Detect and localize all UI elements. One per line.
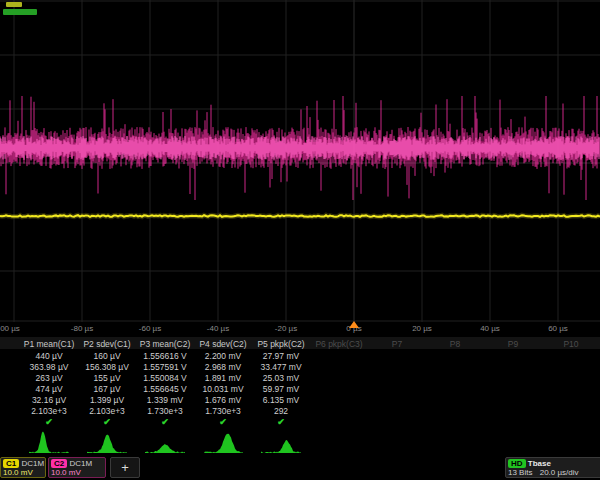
measure-value: 1.550084 V <box>136 373 194 383</box>
measure-value: 1.891 mV <box>194 373 252 383</box>
channel-descriptor-c2[interactable]: C2 DC1M 10.0 mV <box>48 457 106 478</box>
measure-value: 25.03 mV <box>252 373 310 383</box>
time-axis: 00 µs-80 µs-60 µs-40 µs-20 µs0 µs20 µs40… <box>0 322 600 336</box>
measure-header-p1[interactable]: P1 mean(C1) <box>20 339 78 349</box>
measure-value: 1.556616 V <box>136 351 194 361</box>
measure-value: 2.103e+3 <box>78 406 136 416</box>
measure-value: 2.968 mV <box>194 362 252 372</box>
histicon-p5[interactable] <box>261 427 301 454</box>
measure-value: 2.200 mV <box>194 351 252 361</box>
measure-value: 1.399 µV <box>78 395 136 405</box>
time-label: 20 µs <box>412 324 432 333</box>
measure-value: 6.135 mV <box>252 395 310 405</box>
measure-value: 10.031 mV <box>194 384 252 394</box>
waveform-display[interactable] <box>0 0 600 322</box>
time-label: -60 µs <box>139 324 161 333</box>
time-label: 60 µs <box>548 324 568 333</box>
histicon-p3[interactable] <box>145 427 185 454</box>
measure-value: 27.97 mV <box>252 351 310 361</box>
channel-descriptor-c1[interactable]: C1 DC1M 10.0 mV <box>0 457 46 478</box>
time-label: 40 µs <box>480 324 500 333</box>
timebase-scale: 20.0 µs/div <box>540 468 579 477</box>
measure-status-check: ✔ <box>78 417 136 427</box>
histicon-p1[interactable] <box>29 427 69 454</box>
measure-value: 474 µV <box>20 384 78 394</box>
measure-value: 32.16 µV <box>20 395 78 405</box>
graticule-and-traces <box>0 0 600 322</box>
measure-value: 160 µV <box>78 351 136 361</box>
add-trace-button[interactable]: + <box>110 457 140 478</box>
measure-status-check: ✔ <box>252 417 310 427</box>
timebase-bits: 13 Bits <box>508 468 532 477</box>
histicon-p2[interactable] <box>87 427 127 454</box>
measure-header-p9[interactable]: P9 <box>484 339 542 349</box>
measure-value: 33.477 mV <box>252 362 310 372</box>
measure-header-p10[interactable]: P10 <box>542 339 600 349</box>
histicon-p4[interactable] <box>203 427 243 454</box>
trigger-position-marker[interactable] <box>349 321 359 328</box>
measure-value: 292 <box>252 406 310 416</box>
measure-value: 363.98 µV <box>20 362 78 372</box>
c1-badge: C1 <box>3 459 19 468</box>
measure-value: 156.308 µV <box>78 362 136 372</box>
measure-header-p2[interactable]: P2 sdev(C1) <box>78 339 136 349</box>
measure-value: 263 µV <box>20 373 78 383</box>
timebase-label: Tbase <box>528 459 551 468</box>
measure-header-p3[interactable]: P3 mean(C2) <box>136 339 194 349</box>
c1-coupling: DC1M <box>21 459 44 468</box>
plus-icon: + <box>121 460 129 475</box>
measure-status-check: ✔ <box>20 417 78 427</box>
c1-trace[interactable] <box>0 215 600 217</box>
top-left-indicator-2 <box>3 9 37 15</box>
oscilloscope-screen: 00 µs-80 µs-60 µs-40 µs-20 µs0 µs20 µs40… <box>0 0 600 480</box>
measure-value: 1.730e+3 <box>136 406 194 416</box>
measure-value: 1.730e+3 <box>194 406 252 416</box>
top-left-indicator-1 <box>6 2 22 7</box>
bottom-bar: C1 DC1M 10.0 mV C2 DC1M 10.0 mV HD Tbase… <box>0 456 600 480</box>
measure-table: P1 mean(C1)P2 sdev(C1)P3 mean(C2)P4 sdev… <box>0 337 600 427</box>
measure-header-p6[interactable]: P6 pkpk(C3) <box>310 339 368 349</box>
timebase-descriptor[interactable]: HD Tbase 13 Bits 20.0 µs/div <box>505 457 600 478</box>
time-label: -40 µs <box>207 324 229 333</box>
measure-status-check: ✔ <box>136 417 194 427</box>
c2-trace[interactable] <box>0 96 599 200</box>
measure-value: 2.103e+3 <box>20 406 78 416</box>
c2-badge: C2 <box>51 459 67 468</box>
c1-scale: 10.0 mV <box>3 468 43 477</box>
time-label: 00 µs <box>0 324 20 333</box>
measure-status-check: ✔ <box>194 417 252 427</box>
measure-value: 1.339 mV <box>136 395 194 405</box>
measure-value: 59.97 mV <box>252 384 310 394</box>
measure-value: 1.557591 V <box>136 362 194 372</box>
hd-badge: HD <box>508 459 526 468</box>
c2-scale: 10.0 mV <box>51 468 103 477</box>
measure-value: 167 µV <box>78 384 136 394</box>
measure-value: 1.676 mV <box>194 395 252 405</box>
time-label: -20 µs <box>275 324 297 333</box>
measure-header-p5[interactable]: P5 pkpk(C2) <box>252 339 310 349</box>
measure-value: 440 µV <box>20 351 78 361</box>
measure-header-p8[interactable]: P8 <box>426 339 484 349</box>
measure-value: 1.556645 V <box>136 384 194 394</box>
time-label: -80 µs <box>71 324 93 333</box>
c2-coupling: DC1M <box>69 459 92 468</box>
measure-header-p7[interactable]: P7 <box>368 339 426 349</box>
measure-header-p4[interactable]: P4 sdev(C2) <box>194 339 252 349</box>
measure-value: 155 µV <box>78 373 136 383</box>
